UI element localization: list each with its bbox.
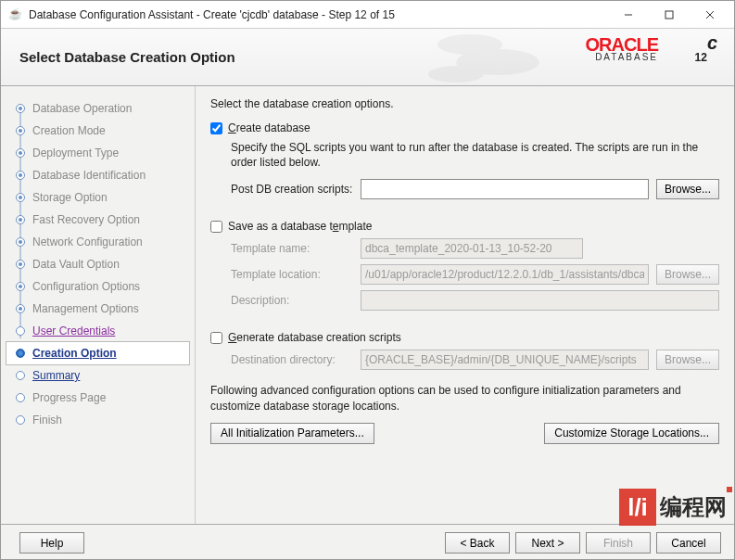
template-desc-row: Description: [231,290,719,311]
sidebar-step-progress-page: Progress Page [6,387,189,409]
step-label: Summary [32,369,80,382]
logo-version: 12c [695,31,717,70]
step-dot-icon [16,215,25,224]
sidebar-step-deployment-type[interactable]: Deployment Type [6,142,189,164]
step-dot-icon [16,104,25,113]
step-dot-icon [16,260,25,269]
template-desc-input [361,290,719,311]
template-name-row: Template name: [231,238,719,259]
step-label: User Credentials [32,325,115,337]
sidebar-step-finish: Finish [6,409,189,431]
sidebar-step-fast-recovery-option[interactable]: Fast Recovery Option [6,209,189,231]
sidebar-step-management-options[interactable]: Management Options [6,298,189,320]
template-location-input [361,264,649,285]
sidebar-step-database-identification[interactable]: Database Identification [6,164,189,186]
step-sidebar: Database OperationCreation ModeDeploymen… [1,86,196,524]
post-scripts-row: Post DB creation scripts: Browse... [231,179,719,199]
step-dot-icon [16,148,25,158]
page-title: Select Database Creation Option [19,49,235,65]
java-icon: ☕ [8,7,23,22]
generate-scripts-label[interactable]: Generate database creation scripts [228,331,401,344]
next-button[interactable]: Next > [515,532,580,554]
back-button[interactable]: < Back [445,532,510,554]
sidebar-step-creation-option: Creation Option [6,342,189,364]
minimize-button[interactable] [608,2,649,28]
step-dot-icon [16,415,25,425]
maximize-button[interactable] [649,2,690,28]
all-init-params-button[interactable]: All Initialization Parameters... [210,423,374,444]
template-location-row: Template location: Browse... [231,264,719,285]
destination-dir-input [361,350,649,370]
step-label: Storage Option [32,191,108,204]
template-name-input [361,238,583,259]
step-label: Creation Mode [32,124,106,137]
step-dot-icon [16,371,25,380]
header-decoration [419,29,567,85]
wizard-body: Database OperationCreation ModeDeploymen… [1,86,734,524]
create-database-label[interactable]: Create database [228,121,310,134]
template-location-browse-button: Browse... [656,264,719,285]
window-title: Database Configuration Assistant - Creat… [29,8,608,21]
step-label: Creation Option [32,347,117,360]
step-label: Network Configuration [32,235,143,248]
logo-sub: DATABASE [586,52,658,62]
sidebar-step-database-operation[interactable]: Database Operation [6,97,189,120]
instruction-text: Select the database creation options. [210,97,719,110]
destination-dir-row: Destination directory: Browse... [231,350,719,370]
post-scripts-input[interactable] [361,179,649,199]
wizard-footer: Help < Back Next > Finish Cancel [1,524,734,560]
main-panel: Select the database creation options. Cr… [196,86,734,524]
post-scripts-label: Post DB creation scripts: [231,183,361,196]
step-dot-icon [16,126,25,135]
step-label: Configuration Options [32,280,140,293]
step-label: Deployment Type [32,146,119,159]
create-database-checkbox[interactable] [210,122,222,134]
sidebar-step-data-vault-option[interactable]: Data Vault Option [6,253,189,275]
step-dot-icon [16,349,25,358]
step-dot-icon [16,237,25,247]
create-database-checkbox-row: Create database [210,121,719,134]
post-scripts-browse-button[interactable]: Browse... [656,179,719,199]
step-dot-icon [16,171,25,180]
customize-storage-button[interactable]: Customize Storage Locations... [544,423,719,444]
help-button[interactable]: Help [19,532,84,554]
wizard-header: Select Database Creation Option ORACLE D… [1,29,734,86]
create-database-note: Specify the SQL scripts you want to run … [231,140,719,170]
svg-rect-1 [665,11,673,19]
step-dot-icon [16,282,25,291]
template-location-label: Template location: [231,268,361,281]
step-dot-icon [16,193,25,202]
sidebar-step-user-credentials[interactable]: User Credentials [6,320,189,342]
sidebar-step-summary[interactable]: Summary [6,364,189,387]
step-label: Database Operation [32,102,132,115]
destination-dir-label: Destination directory: [231,353,361,366]
oracle-logo: ORACLE DATABASE 12c [586,34,658,62]
titlebar: ☕ Database Configuration Assistant - Cre… [1,1,734,29]
template-desc-label: Description: [231,294,361,307]
sidebar-step-storage-option[interactable]: Storage Option [6,186,189,209]
step-dot-icon [16,326,25,336]
sidebar-step-configuration-options[interactable]: Configuration Options [6,275,189,298]
advanced-note: Following advanced configuration options… [210,383,719,413]
step-dot-icon [16,393,25,402]
step-label: Management Options [32,302,139,315]
save-template-checkbox-row: Save as a database template [210,220,719,233]
save-template-checkbox[interactable] [210,221,222,233]
template-name-label: Template name: [231,242,361,255]
cancel-button[interactable]: Cancel [656,532,721,554]
sidebar-step-network-configuration[interactable]: Network Configuration [6,231,189,253]
finish-button: Finish [586,532,651,554]
step-dot-icon [16,304,25,313]
step-label: Progress Page [32,391,106,404]
step-label: Finish [32,414,62,426]
sidebar-step-creation-mode[interactable]: Creation Mode [6,120,189,142]
generate-scripts-checkbox-row: Generate database creation scripts [210,331,719,344]
destination-dir-browse-button: Browse... [656,350,719,370]
step-label: Database Identification [32,169,146,182]
step-label: Fast Recovery Option [32,213,140,226]
save-template-label[interactable]: Save as a database template [228,220,372,233]
step-label: Data Vault Option [32,258,120,271]
close-button[interactable] [690,2,730,28]
generate-scripts-checkbox[interactable] [210,332,222,344]
